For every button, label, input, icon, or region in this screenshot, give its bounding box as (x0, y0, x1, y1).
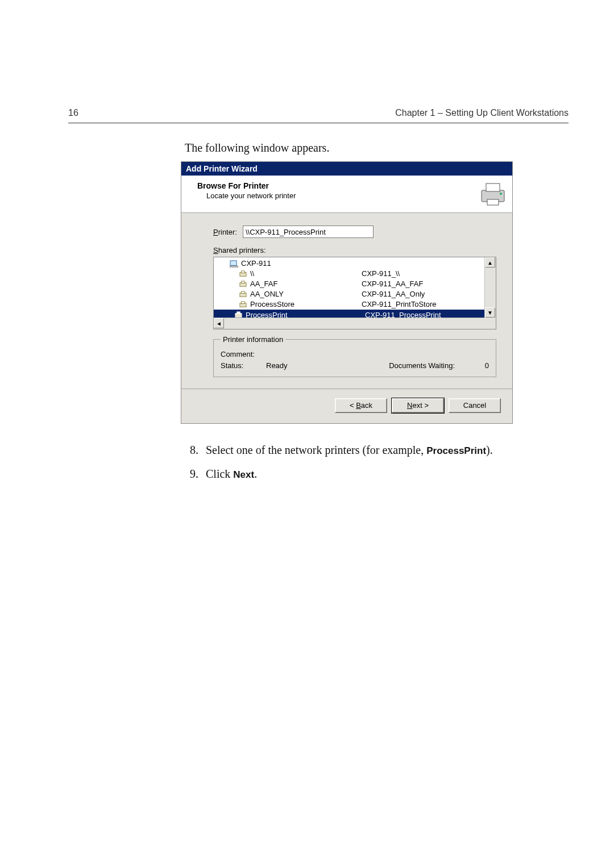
svg-rect-4 (230, 260, 237, 265)
page-number: 16 (68, 108, 78, 118)
tree-item-desc: CXP-911_PrintToStore (362, 299, 437, 310)
printer-info-legend: Printer information (221, 335, 285, 344)
tree-item-label: AA_ONLY (250, 289, 284, 299)
dialog-titlebar[interactable]: Add Printer Wizard (181, 162, 512, 176)
dialog-banner: Browse For Printer Locate your network p… (181, 176, 512, 213)
tree-item-label: AA_FAF (250, 279, 277, 289)
banner-subtitle: Locate your network printer (206, 191, 504, 200)
documents-waiting-value: 0 (472, 361, 489, 370)
printer-label-mnemonic: P (213, 228, 218, 236)
printer-path-input[interactable] (243, 226, 374, 238)
comment-label: Comment: (221, 350, 266, 358)
svg-rect-9 (242, 281, 245, 283)
documents-waiting-label: Documents Waiting: (389, 361, 455, 370)
step-text: Click (206, 468, 233, 480)
printer-share-icon (239, 301, 247, 308)
shared-printers-list[interactable]: CXP-911 \\ AA_FAF AA_ONLY (213, 257, 496, 329)
step-8: Select one of the network printers (for … (201, 440, 614, 460)
svg-rect-2 (487, 199, 499, 205)
shared-label-rest: hared printers: (218, 246, 266, 254)
next-mnemonic: N (407, 401, 412, 410)
scroll-down-icon[interactable]: ▼ (485, 307, 495, 318)
next-button[interactable]: Next > (392, 398, 444, 413)
tree-item[interactable]: ProcessStore (218, 299, 332, 310)
wizard-button-row: < Back Next > Cancel (181, 389, 512, 423)
tree-item-label: ProcessPrint (246, 311, 288, 318)
cancel-button[interactable]: Cancel (449, 398, 501, 413)
tree-item[interactable]: AA_FAF (218, 279, 332, 289)
status-label: Status: (221, 361, 266, 370)
tree-root-label: CXP-911 (241, 258, 271, 269)
printer-share-icon (239, 281, 247, 288)
back-prefix: < (350, 401, 356, 410)
tree-item[interactable]: AA_ONLY (218, 289, 332, 299)
instruction-steps: Select one of the network printers (for … (185, 440, 614, 484)
svg-rect-1 (486, 183, 500, 191)
tree-item-desc: CXP-911_AA_Only (362, 289, 437, 299)
svg-rect-5 (230, 266, 238, 268)
tree-item-label: ProcessStore (250, 299, 294, 310)
step-text: Select one of the network printers (for … (206, 444, 426, 456)
svg-rect-7 (242, 270, 245, 273)
printer-label-rest: rinter: (218, 228, 237, 236)
shared-printers-label: Shared printers: (213, 246, 496, 254)
scroll-up-icon[interactable]: ▲ (485, 257, 495, 268)
tree-item-label: \\ (250, 269, 254, 279)
intro-text: The following window appears. (185, 141, 614, 155)
printer-label: Printer: (213, 228, 237, 236)
scroll-left-icon[interactable]: ◄ (214, 318, 224, 328)
step-text-post: ). (486, 444, 493, 456)
banner-title: Browse For Printer (197, 181, 504, 190)
next-rest: ext > (412, 401, 429, 410)
svg-point-3 (500, 193, 502, 195)
svg-rect-15 (237, 311, 240, 314)
add-printer-wizard-dialog: Add Printer Wizard Browse For Printer Lo… (181, 161, 513, 424)
shared-label-mnemonic: S (213, 246, 218, 254)
svg-rect-11 (242, 291, 245, 293)
tree-item-desc: CXP-911_AA_FAF (362, 279, 437, 289)
printer-share-icon (239, 291, 247, 298)
tree-root[interactable]: CXP-911 (218, 258, 332, 269)
step-text-post: . (254, 468, 257, 480)
tree-item[interactable]: \\ (218, 269, 332, 279)
printer-wizard-icon (479, 180, 507, 207)
step-bold: Next (233, 469, 254, 480)
tree-item-selected[interactable]: ProcessPrint CXP-911_ProcessPrint (214, 310, 484, 318)
tree-item-desc: CXP-911_\\ (362, 269, 437, 279)
horizontal-scrollbar[interactable]: ◄ ► (214, 318, 496, 329)
step-9: Click Next. (201, 464, 614, 484)
printer-share-icon (234, 311, 243, 318)
header-rule (68, 123, 569, 123)
back-mnemonic: B (356, 401, 361, 410)
tree-item-desc: CXP-911_ProcessPrint (365, 311, 484, 318)
step-bold: ProcessPrint (426, 445, 486, 456)
scrollbar-corner (484, 318, 496, 329)
computer-icon (230, 260, 238, 268)
status-value: Ready (266, 361, 288, 370)
printer-information-group: Printer information Comment: Status: Rea… (213, 335, 496, 377)
svg-rect-13 (242, 301, 245, 303)
running-header: Chapter 1 – Setting Up Client Workstatio… (395, 108, 569, 118)
vertical-scrollbar[interactable]: ▲ ▼ (484, 257, 496, 318)
printer-share-icon (239, 270, 247, 278)
back-rest: ack (361, 401, 372, 410)
back-button[interactable]: < Back (335, 398, 387, 413)
